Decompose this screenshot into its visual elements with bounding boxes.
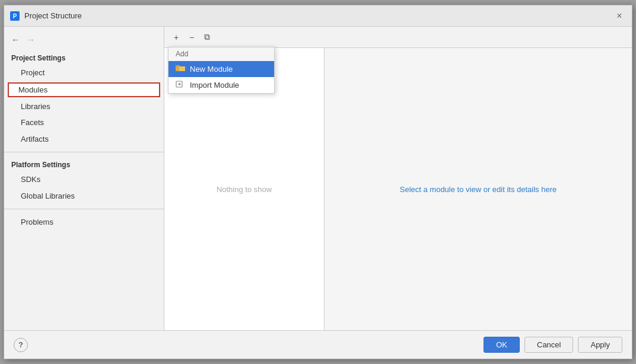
svg-rect-3 — [179, 66, 185, 71]
cancel-button[interactable]: Cancel — [524, 337, 573, 353]
forward-button[interactable]: → — [24, 34, 37, 46]
add-dropdown: Add New Module — [168, 47, 275, 94]
sidebar-divider-2 — [4, 209, 164, 209]
close-button[interactable]: × — [613, 9, 626, 23]
empty-text: Nothing to show — [217, 185, 272, 194]
detail-panel: Select a module to view or edit its deta… — [325, 48, 632, 330]
main-content: + − ⧉ Add New Module — [164, 27, 632, 330]
footer-buttons: OK Cancel Apply — [484, 337, 622, 353]
back-button[interactable]: ← — [9, 34, 22, 46]
project-settings-header: Project Settings — [4, 50, 164, 65]
sidebar-item-global-libraries[interactable]: Global Libraries — [4, 188, 164, 205]
svg-rect-4 — [176, 66, 179, 66]
dialog-body: ← → Project Settings Project Modules Lib… — [4, 27, 632, 330]
new-module-label: New Module — [190, 65, 233, 74]
import-module-icon — [176, 80, 185, 90]
sidebar-item-problems[interactable]: Problems — [4, 214, 164, 231]
sidebar-item-facets[interactable]: Facets — [4, 114, 164, 131]
title-bar-left: P Project Structure — [10, 11, 82, 21]
sidebar-item-sdks[interactable]: SDKs — [4, 171, 164, 188]
sidebar-divider-1 — [4, 152, 164, 152]
sidebar-item-project[interactable]: Project — [4, 65, 164, 81]
dropdown-item-import-module[interactable]: Import Module — [168, 77, 274, 93]
title-bar: P Project Structure × — [4, 5, 632, 27]
add-button[interactable]: + — [169, 30, 183, 44]
import-module-label: Import Module — [190, 81, 239, 90]
dropdown-item-new-module[interactable]: New Module — [168, 61, 274, 77]
apply-button[interactable]: Apply — [578, 337, 622, 353]
sidebar-item-libraries[interactable]: Libraries — [4, 98, 164, 115]
detail-text-before: Select a module to view or edit its deta… — [400, 185, 541, 194]
dropdown-header: Add — [168, 47, 274, 61]
project-structure-dialog: P Project Structure × ← → Project Settin… — [4, 5, 632, 359]
sidebar: ← → Project Settings Project Modules Lib… — [4, 27, 164, 330]
dialog-title: Project Structure — [24, 11, 82, 20]
app-icon: P — [10, 11, 20, 21]
svg-text:P: P — [13, 13, 17, 20]
ok-button[interactable]: OK — [484, 337, 520, 353]
detail-text-highlight: here — [541, 185, 556, 194]
platform-settings-header: Platform Settings — [4, 157, 164, 171]
detail-hint: Select a module to view or edit its deta… — [400, 185, 556, 194]
toolbar: + − ⧉ Add New Module — [164, 27, 632, 48]
sidebar-item-modules[interactable]: Modules — [8, 82, 160, 97]
help-button[interactable]: ? — [14, 338, 28, 352]
new-module-icon — [176, 64, 185, 74]
footer: ? OK Cancel Apply — [4, 330, 632, 359]
copy-button[interactable]: ⧉ — [200, 30, 214, 44]
remove-button[interactable]: − — [185, 30, 199, 44]
sidebar-item-artifacts[interactable]: Artifacts — [4, 131, 164, 148]
